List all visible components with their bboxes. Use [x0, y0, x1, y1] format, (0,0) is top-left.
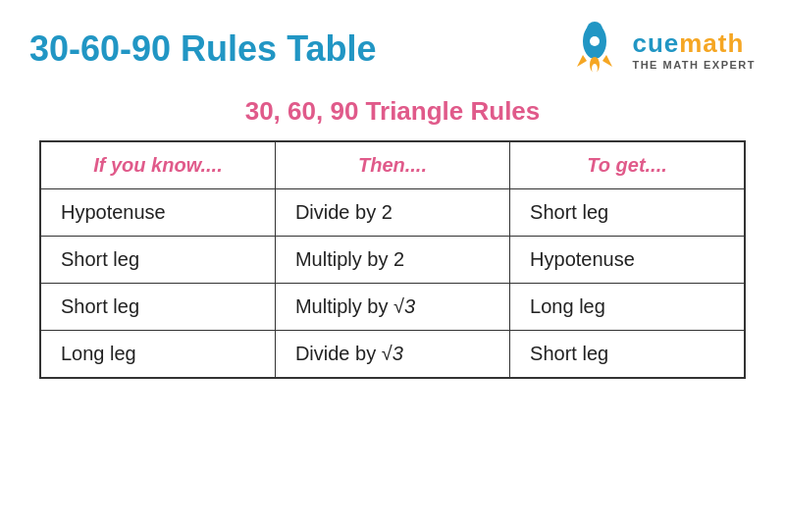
col-header-then: Then....: [275, 141, 509, 189]
logo-area: cuemath THE MATH EXPERT: [565, 20, 756, 79]
cell-0-1: Divide by 2: [275, 189, 509, 237]
cell-1-0: Short leg: [40, 237, 275, 284]
page-wrapper: 30-60-90 Rules Table cuemath: [0, 0, 785, 532]
header: 30-60-90 Rules Table cuemath: [29, 20, 756, 79]
rules-table: If you know.... Then.... To get.... Hypo…: [39, 140, 746, 379]
cell-2-0: Short leg: [40, 284, 275, 331]
page-title: 30-60-90 Rules Table: [29, 28, 377, 70]
table-row: Short leg Multiply by √3 Long leg: [40, 284, 745, 331]
logo-text: cuemath THE MATH EXPERT: [632, 28, 756, 71]
svg-marker-3: [577, 55, 587, 67]
cell-0-2: Short leg: [510, 189, 745, 237]
col-header-get: To get....: [510, 141, 745, 189]
cell-2-2: Long leg: [510, 284, 745, 331]
cell-2-1: Multiply by √3: [275, 284, 509, 331]
logo-brand: cuemath: [632, 28, 744, 59]
cell-3-1: Divide by √3: [275, 331, 509, 379]
table-row: Hypotenuse Divide by 2 Short leg: [40, 189, 745, 237]
col-header-know: If you know....: [40, 141, 275, 189]
table-row: Short leg Multiply by 2 Hypotenuse: [40, 237, 745, 284]
svg-point-6: [592, 64, 598, 74]
table-row: Long leg Divide by √3 Short leg: [40, 331, 745, 379]
table-header-row: If you know.... Then.... To get....: [40, 141, 745, 189]
section-subtitle: 30, 60, 90 Triangle Rules: [29, 96, 756, 127]
svg-point-1: [587, 22, 602, 37]
cell-3-0: Long leg: [40, 331, 275, 379]
rocket-icon: [565, 20, 624, 79]
svg-marker-4: [602, 55, 612, 67]
cell-1-1: Multiply by 2: [275, 237, 509, 284]
svg-point-2: [590, 36, 600, 46]
cell-0-0: Hypotenuse: [40, 189, 275, 237]
cell-3-2: Short leg: [510, 331, 745, 379]
cell-1-2: Hypotenuse: [510, 237, 745, 284]
logo-tagline: THE MATH EXPERT: [632, 59, 756, 71]
